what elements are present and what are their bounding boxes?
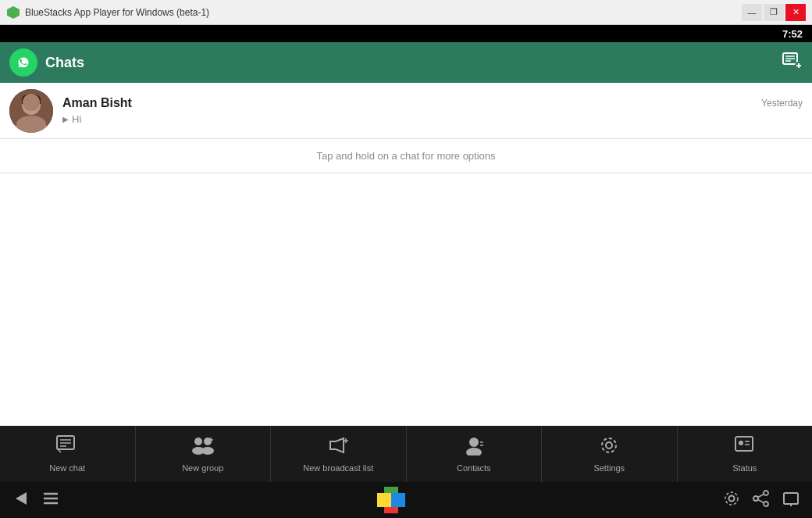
svg-point-48 bbox=[725, 492, 738, 505]
chat-item[interactable]: Aman Bisht Yesterday ▶ Hi bbox=[0, 83, 812, 139]
tab-settings[interactable]: Settings bbox=[542, 426, 678, 482]
svg-line-52 bbox=[758, 494, 764, 497]
svg-point-19 bbox=[194, 438, 202, 445]
chat-preview: ▶ Hi bbox=[62, 113, 803, 125]
svg-point-50 bbox=[753, 496, 758, 501]
tab-new-chat[interactable]: New chat bbox=[0, 426, 136, 482]
title-bar-left: BlueStacks App Player for Windows (beta-… bbox=[6, 5, 209, 20]
back-button[interactable] bbox=[12, 490, 30, 511]
new-chat-icon bbox=[56, 435, 78, 460]
sys-left bbox=[12, 490, 59, 511]
tab-contacts-label: Contacts bbox=[457, 463, 490, 473]
svg-point-10 bbox=[22, 95, 41, 115]
tab-new-group-label: New group bbox=[182, 463, 223, 473]
hint-bar: Tap and hold on a chat for more options bbox=[0, 139, 812, 173]
tab-new-chat-label: New chat bbox=[49, 463, 85, 473]
avatar-image bbox=[9, 89, 53, 133]
status-bar: 7:52 bbox=[0, 25, 812, 42]
minimize-button[interactable]: — bbox=[742, 4, 762, 21]
screen-button[interactable] bbox=[782, 490, 800, 511]
window-title: BlueStacks App Player for Windows (beta-… bbox=[25, 7, 209, 18]
svg-point-11 bbox=[16, 117, 47, 133]
svg-point-32 bbox=[606, 442, 612, 448]
tab-contacts[interactable]: Contacts bbox=[407, 426, 543, 482]
chat-time: Yesterday bbox=[761, 98, 803, 109]
chats-title: Chats bbox=[45, 55, 84, 71]
status-icon: ❝ bbox=[734, 435, 756, 460]
new-group-icon bbox=[191, 435, 215, 460]
settings-icon bbox=[599, 435, 619, 460]
tab-new-group[interactable]: New group bbox=[136, 426, 272, 482]
title-bar-controls: — ❐ ✕ bbox=[742, 4, 806, 21]
whatsapp-logo-icon bbox=[9, 48, 37, 77]
tab-broadcast-label: New broadcast list bbox=[303, 463, 373, 473]
app-container: 7:52 Chats bbox=[0, 25, 812, 518]
svg-rect-46 bbox=[377, 493, 391, 507]
contacts-icon bbox=[464, 435, 484, 460]
svg-point-12 bbox=[22, 94, 41, 105]
bottom-tabs: New chat New group bbox=[0, 426, 812, 482]
wa-header: Chats bbox=[0, 42, 812, 83]
bluestacks-center-logo bbox=[376, 485, 406, 515]
menu-button[interactable] bbox=[42, 490, 59, 511]
svg-rect-54 bbox=[784, 493, 798, 504]
svg-point-22 bbox=[201, 447, 214, 455]
tab-status[interactable]: ❝ Status bbox=[678, 426, 813, 482]
svg-rect-13 bbox=[22, 99, 41, 104]
broadcast-icon bbox=[326, 435, 350, 460]
svg-point-47 bbox=[729, 495, 735, 501]
tab-settings-label: Settings bbox=[593, 463, 625, 473]
hint-text: Tap and hold on a chat for more options bbox=[316, 150, 495, 162]
svg-point-33 bbox=[602, 438, 616, 452]
svg-line-53 bbox=[758, 499, 764, 502]
avatar bbox=[9, 89, 53, 133]
bluestacks-logo-icon bbox=[6, 5, 20, 20]
share-button[interactable] bbox=[753, 490, 770, 511]
svg-marker-39 bbox=[16, 492, 27, 505]
whatsapp-area: Chats bbox=[0, 42, 812, 482]
status-time: 7:52 bbox=[782, 28, 803, 40]
chat-info: Aman Bisht Yesterday ▶ Hi bbox=[62, 96, 803, 125]
svg-marker-25 bbox=[330, 438, 344, 452]
sys-center bbox=[376, 485, 406, 515]
sys-right bbox=[723, 490, 800, 511]
settings-sys-button[interactable] bbox=[723, 490, 740, 511]
svg-rect-45 bbox=[391, 493, 405, 507]
svg-text:❝: ❝ bbox=[739, 441, 742, 448]
wa-header-left: Chats bbox=[9, 48, 84, 77]
chat-name: Aman Bisht bbox=[62, 96, 132, 110]
wa-header-right bbox=[782, 52, 803, 73]
svg-point-28 bbox=[469, 438, 479, 447]
chat-name-row: Aman Bisht Yesterday bbox=[62, 96, 803, 110]
sent-icon: ▶ bbox=[62, 115, 69, 123]
chat-preview-text: Hi bbox=[72, 113, 81, 125]
tab-status-label: Status bbox=[732, 463, 757, 473]
maximize-button[interactable]: ❐ bbox=[764, 4, 784, 21]
chat-list: Aman Bisht Yesterday ▶ Hi Tap and hold o… bbox=[0, 83, 812, 426]
svg-marker-0 bbox=[7, 6, 20, 19]
tab-broadcast[interactable]: New broadcast list bbox=[271, 426, 407, 482]
close-button[interactable]: ✕ bbox=[785, 4, 806, 21]
svg-point-51 bbox=[764, 502, 768, 506]
svg-point-29 bbox=[466, 448, 482, 455]
system-bar bbox=[0, 482, 812, 518]
title-bar: BlueStacks App Player for Windows (beta-… bbox=[0, 0, 812, 25]
svg-point-49 bbox=[764, 491, 768, 495]
new-chat-header-icon[interactable] bbox=[782, 52, 803, 73]
